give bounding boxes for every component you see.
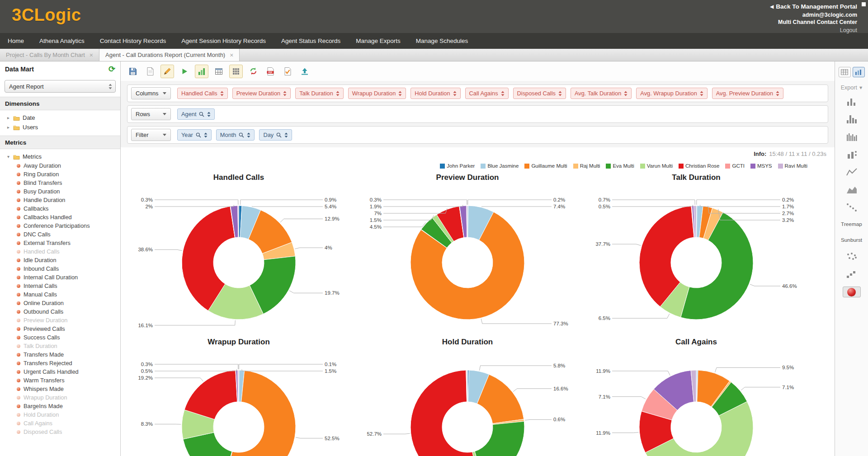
nav-item-home[interactable]: Home <box>0 33 32 49</box>
chart-type-scatter-button[interactable] <box>843 251 861 262</box>
metric-item-blind-transfers[interactable]: Blind Transfers <box>0 179 120 187</box>
dimension-folder-users[interactable]: ▸Users <box>0 122 120 132</box>
chart-type-sunburst-button[interactable]: Sunburst <box>841 237 862 243</box>
back-to-portal-link[interactable]: ◀Back To Management Portal <box>770 3 858 11</box>
metric-item-wrapup-duration[interactable]: Wrapup Duration <box>0 393 120 402</box>
sort-arrows-icon[interactable] <box>624 91 627 96</box>
sort-arrows-icon[interactable] <box>204 132 208 138</box>
metric-item-whispers-made[interactable]: Whispers Made <box>0 385 120 393</box>
sort-arrows-icon[interactable] <box>398 91 402 96</box>
sort-arrows-icon[interactable] <box>283 91 287 96</box>
sort-arrows-icon[interactable] <box>207 112 211 117</box>
tab-project-calls-by-month-chart[interactable]: Project - Calls By Month Chart× <box>0 49 99 61</box>
metric-item-internal-call-duration[interactable]: Internal Call Duration <box>0 273 120 282</box>
metric-item-success-calls[interactable]: Success Calls <box>0 333 120 342</box>
metric-item-conference-participations[interactable]: Conference Participations <box>0 221 120 230</box>
metrics-root-folder[interactable]: ▾Metrics <box>0 152 120 161</box>
donut-slice-eva-multi[interactable] <box>475 421 524 456</box>
metric-pill-talk-duration[interactable]: Talk Duration <box>295 88 344 99</box>
metric-item-warm-transfers[interactable]: Warm Transfers <box>0 376 120 385</box>
metric-item-handle-duration[interactable]: Handle Duration <box>0 196 120 204</box>
metric-item-bargeins-made[interactable]: BargeIns Made <box>0 402 120 410</box>
sort-arrows-icon[interactable] <box>776 91 779 96</box>
expand-arrow-icon[interactable]: ▸ <box>6 115 10 120</box>
dimension-pill-agent[interactable]: Agent <box>177 108 215 120</box>
sort-arrows-icon[interactable] <box>501 91 505 96</box>
metric-item-preview-duration[interactable]: Preview Duration <box>0 316 120 324</box>
chart-type-column-button[interactable] <box>843 96 861 107</box>
metric-item-callbacks-handled[interactable]: Callbacks Handled <box>0 213 120 221</box>
refresh-data-button[interactable] <box>246 65 260 78</box>
filter-dropdown[interactable]: Filter <box>131 129 171 141</box>
metric-item-talk-duration[interactable]: Talk Duration <box>0 342 120 350</box>
edit-button[interactable] <box>160 65 174 78</box>
chart-view-toggle[interactable] <box>853 67 865 77</box>
chart-type-treemap-button[interactable]: Treemap <box>841 221 862 227</box>
run-button[interactable] <box>178 65 191 78</box>
upload-button[interactable] <box>298 65 311 78</box>
sort-arrows-icon[interactable] <box>558 91 562 96</box>
nav-item-agent-status-records[interactable]: Agent Status Records <box>274 33 348 49</box>
save-button[interactable] <box>126 65 140 78</box>
chart-type-area-button[interactable] <box>843 184 861 195</box>
sort-arrows-icon[interactable] <box>700 91 703 96</box>
nav-item-manage-exports[interactable]: Manage Exports <box>348 33 408 49</box>
metric-item-hold-duration[interactable]: Hold Duration <box>0 410 120 419</box>
donut-slice-ravi-multi[interactable] <box>467 370 467 402</box>
export-pdf-button[interactable]: PDF <box>264 65 277 78</box>
metric-item-transfers-made[interactable]: Transfers Made <box>0 350 120 359</box>
dimension-pill-month[interactable]: Month <box>216 129 255 141</box>
nav-item-manage-schedules[interactable]: Manage Schedules <box>408 33 476 49</box>
chart-type-pie-3d-button[interactable] <box>843 287 861 297</box>
columns-dropdown[interactable]: Columns <box>131 87 171 99</box>
metric-item-call-agains[interactable]: Call Agains <box>0 419 120 428</box>
metric-item-busy-duration[interactable]: Busy Duration <box>0 187 120 196</box>
logout-link[interactable]: Logout <box>770 27 858 34</box>
new-report-button[interactable] <box>143 65 157 78</box>
sort-arrows-icon[interactable] <box>453 91 457 96</box>
dimension-pill-year[interactable]: Year <box>177 129 212 141</box>
metric-item-ring-duration[interactable]: Ring Duration <box>0 170 120 179</box>
nav-item-contact-history-records[interactable]: Contact History Records <box>92 33 174 49</box>
collapse-arrow-icon[interactable]: ▾ <box>6 154 10 159</box>
chart-type-column-tall-button[interactable] <box>843 114 861 125</box>
metric-pill-hold-duration[interactable]: Hold Duration <box>410 88 460 99</box>
metric-item-disposed-calls[interactable]: Disposed Calls <box>0 428 120 436</box>
tab-agent-call-durations-report-current-month[interactable]: Agent - Call Durations Report (Current M… <box>99 49 240 61</box>
chart-view-button[interactable] <box>195 65 208 78</box>
chart-type-histogram-button[interactable] <box>843 132 861 142</box>
nav-item-agent-session-history-records[interactable]: Agent Session History Records <box>174 33 274 49</box>
metric-item-external-transfers[interactable]: External Transfers <box>0 239 120 247</box>
sort-arrows-icon[interactable] <box>284 132 288 138</box>
metric-item-outbound-calls[interactable]: Outbound Calls <box>0 307 120 316</box>
export-button[interactable]: Export▾ <box>841 84 862 91</box>
metric-pill-call-agains[interactable]: Call Agains <box>465 88 509 99</box>
metric-item-handled-calls[interactable]: Handled Calls <box>0 247 120 256</box>
window-corner-button[interactable] <box>862 2 866 6</box>
metric-pill-disposed-calls[interactable]: Disposed Calls <box>513 88 566 99</box>
grid-view-button[interactable] <box>229 65 243 78</box>
sort-arrows-icon[interactable] <box>220 91 224 96</box>
metric-pill-preview-duration[interactable]: Preview Duration <box>232 88 291 99</box>
metric-item-previewed-calls[interactable]: Previewed Calls <box>0 324 120 333</box>
rows-dropdown[interactable]: Rows <box>131 108 171 120</box>
metric-pill-avg-talk-duration[interactable]: Avg. Talk Duration <box>571 88 632 99</box>
dimension-folder-date[interactable]: ▸Date <box>0 113 120 122</box>
metric-pill-handled-calls[interactable]: Handled Calls <box>177 88 228 99</box>
metric-item-internal-calls[interactable]: Internal Calls <box>0 282 120 290</box>
metric-item-transfers-rejected[interactable]: Transfers Rejected <box>0 359 120 367</box>
metric-pill-avg-preview-duration[interactable]: Avg. Preview Duration <box>712 88 783 99</box>
tab-close-icon[interactable]: × <box>90 52 93 58</box>
metric-pill-avg-wrapup-duration[interactable]: Avg. Wrapup Duration <box>636 88 707 99</box>
refresh-icon[interactable]: ⟳ <box>108 64 115 74</box>
chart-type-steps-button[interactable] <box>843 269 861 280</box>
chart-type-scatter-line-button[interactable] <box>843 202 861 213</box>
metric-item-idle-duration[interactable]: Idle Duration <box>0 256 120 264</box>
chart-type-line-button[interactable] <box>843 167 861 178</box>
validate-button[interactable] <box>281 65 294 78</box>
chart-type-bar-dot-button[interactable] <box>843 149 861 160</box>
sort-arrows-icon[interactable] <box>336 91 340 96</box>
pivot-table-button[interactable] <box>212 65 226 78</box>
dimension-pill-day[interactable]: Day <box>259 129 292 141</box>
report-select[interactable]: Agent Report <box>5 80 116 93</box>
